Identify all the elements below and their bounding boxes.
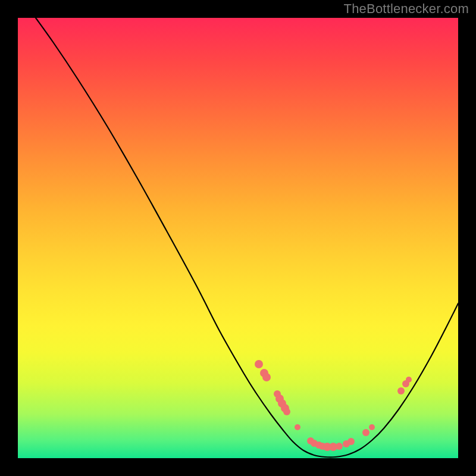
data-marker: [369, 424, 375, 430]
data-marker: [283, 408, 290, 415]
plot-area: [18, 18, 458, 458]
data-marker: [397, 387, 405, 394]
data-marker: [347, 438, 355, 445]
curve-svg: [18, 18, 458, 458]
marker-group: [255, 360, 412, 451]
bottleneck-curve: [36, 18, 458, 457]
attribution-text: TheBottlenecker.com: [344, 1, 469, 17]
chart-stage: TheBottlenecker.com: [0, 0, 476, 476]
data-marker: [406, 377, 412, 383]
data-marker: [336, 443, 343, 450]
data-marker: [255, 360, 263, 368]
data-marker: [362, 429, 369, 436]
data-marker: [262, 373, 271, 381]
data-marker: [295, 424, 300, 430]
